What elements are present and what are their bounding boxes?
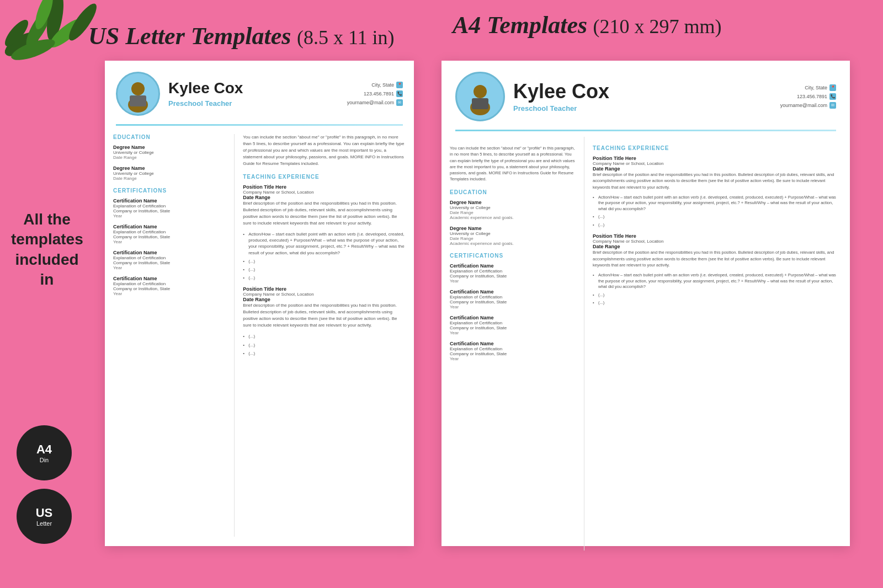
- a4-pos1-b1: Action/How – start each bullet point wit…: [593, 195, 842, 212]
- us-cert2-company: Company or Institution, State: [113, 234, 226, 239]
- a4-email: yourname@mail.com: [780, 101, 827, 110]
- phone-icon: 📞: [396, 90, 403, 97]
- us-pos2-title: Position Title Here: [243, 286, 406, 292]
- a4-about: You can include the section "about me" o…: [450, 145, 576, 183]
- a4-degree2-date: Date Range: [450, 236, 576, 241]
- us-pos2-b2: (...): [243, 342, 406, 348]
- a4-pos1-b2: (...): [593, 214, 842, 220]
- us-pos2-desc: Brief description of the position and th…: [243, 302, 406, 329]
- a4-cert4-company: Company or Institution, State: [450, 351, 576, 356]
- a4-cert1-year: Year: [450, 279, 576, 284]
- resume-us-header: Kylee Cox Preschool Teacher City, State …: [105, 61, 414, 124]
- a4-cert1-exp: Explanation of Certification: [450, 269, 576, 274]
- a4-pos1-company: Company Name or School, Location: [593, 161, 842, 166]
- a4-city: City, State: [805, 83, 827, 92]
- us-pos2: Position Title Here Company Name or Scho…: [243, 286, 406, 356]
- us-pos2-b1: (...): [243, 333, 406, 339]
- us-pos2-date: Date Range: [243, 297, 406, 302]
- badge-us-main: US: [36, 506, 53, 520]
- a4-degree2-school: University or College: [450, 231, 576, 236]
- a4-cert1-name: Certification Name: [450, 263, 576, 269]
- us-degree2-name: Degree Name: [113, 165, 226, 171]
- us-cert1-name: Certification Name: [113, 198, 226, 204]
- us-cert3: Certification Name Explanation of Certif…: [113, 250, 226, 270]
- us-cert1-company: Company or Institution, State: [113, 209, 226, 213]
- us-cert4: Certification Name Explanation of Certif…: [113, 276, 226, 296]
- svg-point-13: [474, 85, 487, 98]
- us-education-header: EDUCATION: [113, 134, 226, 140]
- plant-decoration: [0, 0, 110, 88]
- us-cert1-exp: Explanation of Certification: [113, 204, 226, 209]
- avatar-a4: [455, 72, 505, 121]
- a4-degree1-extra: Academic experience and goals.: [450, 215, 576, 220]
- us-cert2: Certification Name Explanation of Certif…: [113, 224, 226, 244]
- us-degree2-date: Date Range: [113, 176, 226, 181]
- a4-cert4-year: Year: [450, 356, 576, 361]
- us-pos1-desc: Brief description of the position and th…: [243, 200, 406, 227]
- a4-pos1: Position Title Here Company Name or Scho…: [593, 156, 842, 228]
- a4-contact-email-row: yourname@mail.com ✉: [780, 101, 836, 110]
- us-pos1-company: Company Name or School, Location: [243, 190, 406, 195]
- avatar-us: [116, 72, 160, 116]
- location-icon: 📍: [396, 82, 403, 88]
- a4-pos2-b1: Action/How – start each bullet point wit…: [593, 272, 842, 290]
- us-pos1: Position Title Here Company Name or Scho…: [243, 184, 406, 281]
- us-cert1-year: Year: [113, 213, 226, 218]
- a4-cert3: Certification Name Explanation of Certif…: [450, 315, 576, 335]
- a4-name: Kylee Cox: [513, 81, 780, 103]
- a4-contact-phone-row: 123.456.7891 📞: [780, 92, 836, 101]
- a4-degree2-name: Degree Name: [450, 226, 576, 231]
- us-degree1-school: University or College: [113, 150, 226, 155]
- a4-cert3-exp: Explanation of Certification: [450, 320, 576, 325]
- us-cert4-exp: Explanation of Certification: [113, 281, 226, 286]
- us-teaching-header: TEACHING EXPERIENCE: [243, 174, 406, 180]
- a4-cert2-name: Certification Name: [450, 289, 576, 295]
- a4-left-col: You can include the section "about me" o…: [442, 137, 584, 550]
- us-left-col: EDUCATION Degree Name University or Coll…: [105, 134, 235, 537]
- a4-pos2-date: Date Range: [593, 244, 842, 249]
- a4-contact-city-row: City, State 📍: [780, 83, 836, 92]
- a4-certs-header: CERTIFICATIONS: [450, 253, 576, 259]
- a4-cert2: Certification Name Explanation of Certif…: [450, 289, 576, 309]
- title-us-text: US Letter Templates: [88, 23, 291, 50]
- a4-cert3-name: Certification Name: [450, 315, 576, 320]
- a4-cert4: Certification Name Explanation of Certif…: [450, 341, 576, 361]
- us-cert4-company: Company or Institution, State: [113, 286, 226, 291]
- resume-a4-header: Kylee Cox Preschool Teacher City, State …: [442, 61, 850, 130]
- resume-us-card: Kylee Cox Preschool Teacher City, State …: [105, 61, 414, 546]
- svg-point-7: [65, 0, 101, 44]
- us-pos1-b3: (...): [243, 266, 406, 272]
- badge-a4: A4 Din: [17, 425, 72, 480]
- header-contact-a4: City, State 📍 123.456.7891 📞 yourname@ma…: [780, 83, 836, 110]
- badge-a4-sub: Din: [40, 457, 49, 463]
- us-title: Preschool Teacher: [168, 99, 347, 108]
- title-us-size: (8.5 x 11 in): [297, 26, 395, 49]
- side-badges: A4 Din US Letter: [17, 425, 72, 544]
- contact-email-row: yourname@mail.com ✉: [347, 98, 403, 107]
- contact-phone-row: 123.456.7891 📞: [347, 89, 403, 98]
- us-cert3-exp: Explanation of Certification: [113, 255, 226, 260]
- a4-pos1-title: Position Title Here: [593, 156, 842, 161]
- us-cert1: Certification Name Explanation of Certif…: [113, 198, 226, 218]
- us-cert4-year: Year: [113, 291, 226, 296]
- us-cert4-name: Certification Name: [113, 276, 226, 281]
- a4-cert4-name: Certification Name: [450, 341, 576, 346]
- a4-degree1-name: Degree Name: [450, 200, 576, 205]
- title-a4: A4 Templates (210 x 297 mm): [453, 11, 722, 39]
- a4-degree2-extra: Academic experience and goals.: [450, 241, 576, 246]
- a4-pos1-date: Date Range: [593, 166, 842, 172]
- a4-degree1: Degree Name University or College Date R…: [450, 200, 576, 220]
- title-us: US Letter Templates (8.5 x 11 in): [88, 22, 395, 50]
- header-name-block-us: Kylee Cox Preschool Teacher: [168, 80, 347, 108]
- a4-cert3-company: Company or Institution, State: [450, 325, 576, 330]
- us-cert2-name: Certification Name: [113, 224, 226, 229]
- a4-pos1-b3: (...): [593, 222, 842, 228]
- title-a4-text: A4 Templates: [453, 12, 587, 39]
- us-cert2-exp: Explanation of Certification: [113, 229, 226, 234]
- a4-pos2-b2: (...): [593, 292, 842, 298]
- a4-pos2: Position Title Here Company Name or Scho…: [593, 233, 842, 306]
- a4-location-icon: 📍: [829, 84, 836, 91]
- us-cert2-year: Year: [113, 239, 226, 244]
- badge-us: US Letter: [17, 489, 72, 544]
- badge-us-sub: Letter: [36, 520, 52, 527]
